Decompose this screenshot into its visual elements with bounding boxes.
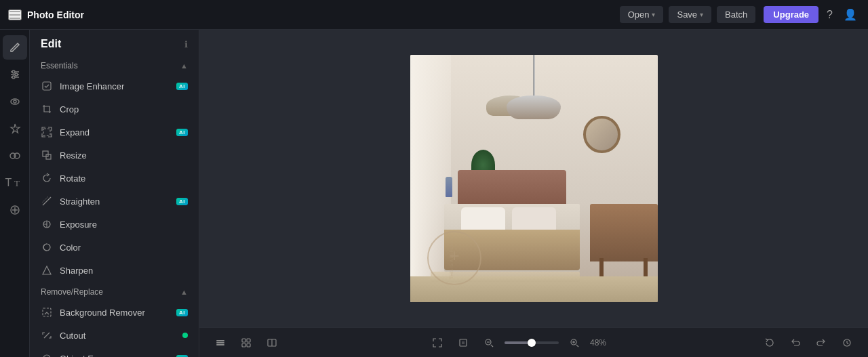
essentials-label: Essentials bbox=[41, 61, 78, 70]
svg-rect-14 bbox=[43, 82, 51, 90]
canvas-area: + THIS IS A BEFUNKY bbox=[199, 30, 868, 357]
crop-icon bbox=[41, 103, 53, 115]
background-remover-ai-badge: AI bbox=[176, 309, 188, 316]
menu-item-color[interactable]: Color bbox=[30, 236, 199, 259]
remove-replace-section-header[interactable]: Remove/Replace ▲ bbox=[30, 282, 199, 301]
menu-item-expand[interactable]: Expand AI bbox=[30, 121, 199, 144]
remove-replace-label: Remove/Replace bbox=[41, 287, 103, 297]
upgrade-button[interactable]: Upgrade bbox=[764, 6, 818, 23]
menu-item-sharpen[interactable]: Sharpen bbox=[30, 259, 199, 282]
straighten-ai-badge: AI bbox=[176, 198, 188, 205]
menu-item-image-enhancer[interactable]: Image Enhancer AI bbox=[30, 75, 199, 98]
account-button[interactable]: 👤 bbox=[841, 5, 860, 24]
canvas-image: + THIS IS A BEFUNKY bbox=[410, 55, 658, 302]
rotate-label: Rotate bbox=[60, 173, 188, 184]
redo-button[interactable] bbox=[811, 333, 831, 353]
cutout-active-dot bbox=[182, 333, 188, 338]
sidebar-scroll[interactable]: Essentials ▲ Image Enhancer AI Crop bbox=[30, 56, 199, 357]
resize-icon bbox=[41, 149, 53, 161]
grid-button[interactable] bbox=[236, 333, 256, 353]
menu-button[interactable] bbox=[8, 9, 22, 20]
svg-rect-15 bbox=[43, 129, 50, 135]
svg-point-9 bbox=[14, 153, 20, 159]
svg-rect-32 bbox=[242, 339, 245, 342]
topbar: Photo Editor Open ▾ Save ▾ Batch Upgrade… bbox=[0, 0, 868, 30]
svg-rect-34 bbox=[242, 343, 245, 347]
expand-ai-badge: AI bbox=[176, 129, 188, 136]
sharpen-icon bbox=[41, 264, 53, 276]
menu-item-straighten[interactable]: Straighten AI bbox=[30, 190, 199, 213]
svg-point-6 bbox=[11, 99, 19, 104]
zoom-label: 48% bbox=[590, 338, 614, 348]
rotate-icon bbox=[41, 172, 53, 184]
watermark: + THIS IS A BEFUNKY bbox=[424, 228, 485, 289]
topbar-center: Open ▾ Save ▾ Batch bbox=[620, 6, 756, 23]
nav-star-icon[interactable] bbox=[3, 117, 27, 141]
svg-point-7 bbox=[14, 100, 16, 103]
icon-nav: T T bbox=[0, 30, 30, 357]
menu-item-resize[interactable]: Resize bbox=[30, 144, 199, 167]
menu-item-object-eraser[interactable]: Object Eraser AI bbox=[30, 347, 199, 357]
zoom-slider[interactable] bbox=[505, 341, 559, 344]
svg-line-41 bbox=[491, 344, 493, 346]
nav-edit-icon[interactable] bbox=[3, 35, 27, 60]
info-icon[interactable]: ℹ bbox=[184, 39, 188, 49]
split-view-button[interactable] bbox=[262, 333, 282, 353]
canvas-viewport: + THIS IS A BEFUNKY bbox=[199, 30, 868, 327]
color-icon bbox=[41, 241, 53, 253]
svg-line-18 bbox=[43, 197, 51, 205]
background-remover-icon bbox=[41, 306, 53, 318]
expand-icon bbox=[41, 126, 53, 138]
fit-screen-button[interactable] bbox=[427, 333, 448, 353]
straighten-icon bbox=[41, 195, 53, 207]
background-remover-label: Background Remover bbox=[60, 308, 170, 318]
exposure-label: Exposure bbox=[60, 219, 188, 230]
save-button[interactable]: Save ▾ bbox=[669, 6, 711, 23]
history-button[interactable] bbox=[837, 333, 857, 353]
object-eraser-icon bbox=[41, 352, 53, 357]
svg-rect-31 bbox=[216, 340, 224, 341]
batch-button[interactable]: Batch bbox=[717, 6, 755, 23]
essentials-chevron-icon: ▲ bbox=[180, 62, 188, 70]
svg-rect-35 bbox=[247, 343, 250, 347]
svg-rect-33 bbox=[247, 339, 250, 342]
undo-button[interactable] bbox=[785, 333, 806, 353]
image-enhancer-ai-badge: AI bbox=[176, 83, 188, 90]
object-eraser-label: Object Eraser bbox=[60, 354, 170, 358]
nav-adjust-icon[interactable] bbox=[3, 62, 27, 87]
zoom-out-button[interactable] bbox=[479, 333, 499, 353]
menu-item-cutout[interactable]: Cutout bbox=[30, 324, 199, 347]
crop-label: Crop bbox=[60, 104, 188, 114]
topbar-left: Photo Editor bbox=[8, 9, 612, 20]
essentials-section-header[interactable]: Essentials ▲ bbox=[30, 56, 199, 75]
sidebar-header: Edit ℹ bbox=[30, 30, 199, 56]
sidebar-title: Edit bbox=[41, 38, 61, 50]
menu-item-crop[interactable]: Crop bbox=[30, 98, 199, 121]
reset-button[interactable] bbox=[760, 333, 780, 353]
main-layout: T T Edit ℹ Essentials ▲ Image Enhancer A… bbox=[0, 30, 868, 357]
layers-button[interactable] bbox=[210, 333, 231, 353]
zoom-in-button[interactable] bbox=[564, 333, 585, 353]
svg-line-45 bbox=[576, 344, 578, 346]
cutout-label: Cutout bbox=[60, 331, 176, 341]
svg-point-5 bbox=[12, 76, 15, 79]
topbar-right: Upgrade ? 👤 bbox=[764, 5, 860, 24]
resize-label: Resize bbox=[60, 150, 188, 161]
nav-more-icon[interactable] bbox=[3, 198, 27, 222]
svg-line-19 bbox=[42, 196, 48, 203]
nav-text-icon[interactable]: T T bbox=[3, 171, 27, 195]
nav-effects-icon[interactable] bbox=[3, 144, 27, 168]
actual-size-button[interactable] bbox=[453, 333, 473, 353]
menu-item-exposure[interactable]: Exposure bbox=[30, 213, 199, 236]
nav-eye-icon[interactable] bbox=[3, 89, 27, 114]
help-button[interactable]: ? bbox=[824, 6, 835, 24]
straighten-label: Straighten bbox=[60, 196, 170, 207]
object-eraser-ai-badge: AI bbox=[176, 355, 188, 358]
svg-point-4 bbox=[15, 73, 18, 76]
expand-label: Expand bbox=[60, 127, 170, 138]
open-button[interactable]: Open ▾ bbox=[620, 6, 664, 23]
menu-item-background-remover[interactable]: Background Remover AI bbox=[30, 301, 199, 324]
exposure-icon bbox=[41, 218, 53, 230]
menu-item-rotate[interactable]: Rotate bbox=[30, 167, 199, 190]
cutout-icon bbox=[41, 329, 53, 341]
